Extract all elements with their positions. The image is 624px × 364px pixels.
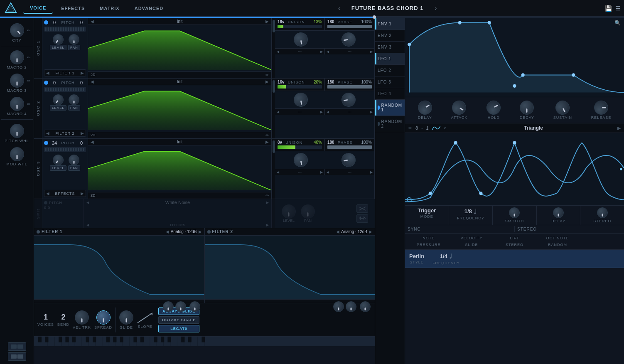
env-hold-knob[interactable] (484, 98, 503, 117)
filter2-type-prev[interactable]: ◀ (336, 229, 339, 234)
osc2-footer-right-next[interactable]: ▶ (370, 110, 373, 114)
filter1-type-prev[interactable]: ◀ (166, 229, 169, 234)
mod-whl-knob[interactable] (10, 147, 24, 161)
osc1-pan-knob[interactable] (69, 34, 79, 45)
vel-trk-knob[interactable] (75, 310, 89, 325)
osc1-scroll-thumb[interactable] (273, 20, 275, 32)
piano-keyboard[interactable] (34, 336, 375, 346)
osc2-filter-next[interactable]: ▶ (81, 131, 84, 135)
smr-filter-next[interactable]: ▶ (266, 223, 269, 227)
osc1-pan-label[interactable]: PAN (68, 45, 80, 50)
pitch-whl-knob[interactable] (10, 124, 24, 138)
filter1-drive-knob[interactable] (163, 301, 174, 312)
macro3-knob[interactable] (10, 74, 24, 88)
lfo-pencil-icon[interactable]: ✏ (408, 125, 412, 131)
osc1-phase-knob[interactable] (341, 31, 357, 47)
osc1-scrollbar[interactable] (272, 18, 275, 78)
env-attack-knob[interactable] (450, 98, 469, 117)
smr-loop-icon[interactable] (356, 214, 368, 223)
macro4-knob[interactable] (10, 97, 24, 111)
osc1-enable[interactable] (44, 20, 48, 25)
filter1-mix-knob[interactable] (175, 301, 186, 312)
osc2-scroll-thumb[interactable] (273, 80, 275, 93)
osc1-pitch-left[interactable]: 0 (50, 20, 59, 25)
spread-knob[interactable] (96, 310, 111, 325)
osc1-pitch-right[interactable]: 0 (77, 20, 86, 25)
tab-advanced[interactable]: ADVANCED (128, 3, 170, 13)
lfo4-item[interactable]: LFO 4 (375, 88, 405, 100)
filter2-mix-knob[interactable] (346, 301, 356, 312)
osc1-wave-prev[interactable]: ◀ (91, 19, 94, 24)
osc3-footer-right-next[interactable]: ▶ (370, 170, 373, 174)
filter1-enable[interactable] (37, 230, 40, 234)
osc2-enable[interactable] (44, 81, 48, 85)
filter2-drive-knob[interactable] (333, 301, 344, 312)
preset-prev-button[interactable]: ‹ (336, 4, 343, 12)
osc3-footer-left-next[interactable]: ▶ (320, 170, 323, 174)
osc3-phase-knob[interactable] (341, 152, 357, 168)
glide-knob[interactable] (119, 310, 133, 325)
filter2-type-next[interactable]: ▶ (369, 229, 372, 234)
osc1-footer-left-next[interactable]: ▶ (320, 50, 323, 54)
osc3-pitch-left[interactable]: 24 (50, 140, 59, 145)
lfo1-item[interactable]: LFO 1 (375, 53, 405, 65)
osc3-enable[interactable] (44, 141, 48, 145)
osc2-phase-bar[interactable] (327, 85, 372, 89)
osc1-footer-right-prev[interactable]: ◀ (327, 50, 329, 54)
osc3-level-label[interactable]: LEVEL (50, 165, 66, 171)
lfo1-smooth-knob[interactable] (509, 207, 520, 218)
osc1-unison-bar[interactable] (278, 25, 322, 28)
osc2-level-label[interactable]: LEVEL (50, 105, 66, 111)
osc2-pan-label[interactable]: PAN (68, 105, 80, 111)
lfo3-item[interactable]: LFO 3 (375, 76, 405, 88)
osc2-wave-next[interactable]: ▶ (265, 79, 269, 84)
cry-knob[interactable] (7, 20, 27, 40)
osc3-pan-label[interactable]: PAN (68, 165, 80, 171)
lfo1-stereo-knob[interactable] (597, 207, 608, 218)
smr-enable[interactable] (44, 201, 47, 204)
osc2-wave-prev[interactable]: ◀ (91, 79, 94, 84)
filter1-keytrk-knob[interactable] (189, 301, 200, 312)
smr-filter-prev[interactable]: ◀ (86, 223, 89, 227)
osc2-phase-knob[interactable] (341, 91, 357, 108)
osc3-filter-next[interactable]: ▶ (81, 191, 84, 196)
lfo-angle-right[interactable]: ▶ (617, 125, 621, 131)
lfo1-delay-knob[interactable] (553, 207, 564, 218)
osc3-wave-next[interactable]: ▶ (265, 140, 269, 144)
macro3-edit-icon[interactable]: ✏ (27, 79, 30, 83)
smr-shuffle-icon[interactable] (356, 204, 368, 213)
menu-button[interactable]: ☰ (615, 5, 621, 12)
bottom-icon-2[interactable] (8, 352, 26, 361)
osc2-footer-right-prev[interactable]: ◀ (327, 110, 329, 114)
env2-item[interactable]: ENV 2 (375, 30, 405, 42)
random1-item[interactable]: RANDOM 1 (375, 100, 405, 116)
lfo2-item[interactable]: LFO 2 (375, 65, 405, 76)
cry-edit-icon[interactable]: ✏ (27, 28, 30, 33)
env-sustain-knob[interactable] (553, 98, 572, 117)
random2-item[interactable]: RANDOM 2 (375, 116, 405, 132)
osc2-scrollbar[interactable] (272, 79, 275, 138)
save-button[interactable]: 💾 (605, 5, 612, 12)
tab-effects[interactable]: EFFECTS (54, 3, 91, 13)
osc2-edit-icon[interactable]: ✏ (265, 133, 269, 138)
osc1-filter-next[interactable]: ▶ (81, 71, 84, 75)
filter2-keytrk-knob[interactable] (360, 301, 371, 312)
osc3-scrollbar[interactable] (272, 139, 275, 199)
osc1-unison-knob[interactable] (292, 31, 309, 47)
osc3-scroll-thumb[interactable] (273, 140, 275, 153)
smr-pan-knob[interactable] (301, 204, 315, 219)
osc2-pitch-left[interactable]: 0 (50, 80, 59, 85)
osc2-pan-knob[interactable] (69, 94, 79, 105)
smr-level-knob[interactable] (282, 204, 296, 219)
osc3-unison-bar[interactable] (278, 145, 322, 149)
osc1-level-label[interactable]: LEVEL (50, 45, 66, 50)
osc2-unison-bar[interactable] (278, 85, 322, 89)
osc2-footer-left-next[interactable]: ▶ (320, 110, 323, 114)
tab-matrix[interactable]: MATRIX (93, 3, 126, 13)
macro2-knob[interactable] (10, 50, 24, 64)
tab-voice[interactable]: VOICE (23, 3, 53, 14)
osc1-edit-icon[interactable]: ✏ (265, 73, 269, 77)
osc3-pitch-right[interactable]: 0 (77, 140, 86, 145)
osc3-edit-icon[interactable]: ✏ (265, 193, 269, 198)
osc1-phase-bar[interactable] (327, 25, 372, 28)
